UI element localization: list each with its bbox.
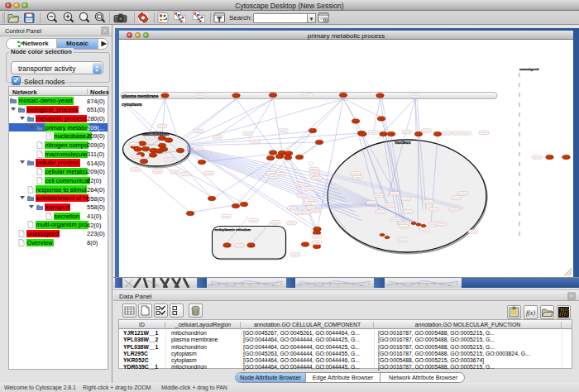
svg-text:f(x): f(x) (526, 309, 535, 317)
svg-text:plasma membrane: plasma membrane (122, 93, 159, 98)
svg-text:unassigned: unassigned (519, 67, 539, 71)
svg-text:cytoplasm: cytoplasm (122, 102, 142, 107)
svg-text:nucleus: nucleus (395, 140, 411, 145)
svg-text:mitochondrion: mitochondrion (142, 132, 169, 136)
svg-text:endoplasmic reticulum: endoplasmic reticulum (215, 227, 251, 232)
